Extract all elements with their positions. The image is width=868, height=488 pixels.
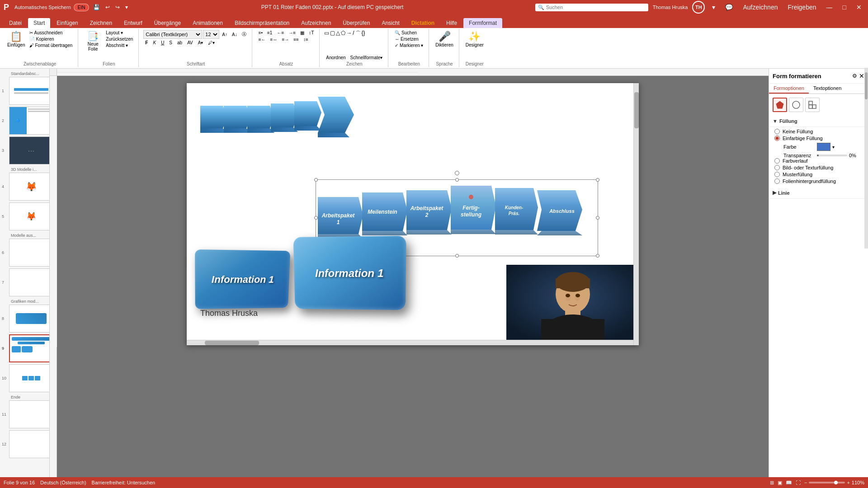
comments-btn[interactable]: 💬 <box>722 3 736 12</box>
btn-shadow[interactable]: ab <box>175 40 184 46</box>
btn-strikethrough[interactable]: S <box>167 40 174 46</box>
panel-scrollbar[interactable] <box>864 69 868 249</box>
slide-thumb-2[interactable]: 🔷 <box>9 107 50 135</box>
btn-textdir[interactable]: ↕T <box>307 30 316 36</box>
btn-suchen[interactable]: 🔍 Suchen <box>393 30 425 36</box>
btn-outdent[interactable]: ←≡ <box>275 30 286 36</box>
scrollbar-h-thumb[interactable] <box>205 341 259 345</box>
autosave-toggle[interactable]: EIN <box>74 4 90 11</box>
btn-ausschneiden[interactable]: ✂ Ausschneiden <box>28 30 74 36</box>
transparenz-bar[interactable] <box>817 155 847 156</box>
slide-thumb-11[interactable] <box>9 400 50 428</box>
btn-align-justify[interactable]: ≡≡ <box>292 37 301 42</box>
btn-neue-folie[interactable]: 📑 NeueFolie <box>83 30 103 52</box>
panel-close-btn[interactable]: ✕ <box>859 72 864 80</box>
btn-ersetzen[interactable]: ↔ Ersetzen <box>393 36 425 42</box>
close-btn[interactable]: ✕ <box>854 3 864 12</box>
fuellung-header[interactable]: ▼ Füllung <box>769 116 868 127</box>
slide-thumb-6[interactable] <box>9 239 50 267</box>
tab-einfuegen[interactable]: Einfügen <box>51 18 83 28</box>
btn-indent[interactable]: →≡ <box>287 30 297 36</box>
btn-designer[interactable]: ✨ Designer <box>464 30 486 48</box>
tab-entwurf[interactable]: Entwurf <box>118 18 148 28</box>
radio-keine-fuellung[interactable] <box>774 129 780 134</box>
btn-decrease-font[interactable]: A↓ <box>230 32 239 38</box>
radio-folienhintergrund[interactable] <box>774 178 780 184</box>
slide-thumb-1[interactable] <box>9 77 50 105</box>
more-btn[interactable]: ▾ <box>124 4 129 11</box>
tab-start[interactable]: Start <box>28 18 50 28</box>
btn-diktieren[interactable]: 🎤 Diktieren <box>434 30 455 48</box>
radio-bild-textur[interactable] <box>774 165 780 170</box>
tab-hilfe[interactable]: Hilfe <box>441 18 462 28</box>
handle-tr[interactable] <box>596 178 599 182</box>
btn-abschnitt[interactable]: Abschnitt ▾ <box>104 42 135 48</box>
maximize-btn[interactable]: □ <box>840 3 849 12</box>
btn-align-left[interactable]: ≡← <box>257 37 268 42</box>
tab-datei[interactable]: Datei <box>4 18 27 28</box>
slide-thumb-8[interactable] <box>9 305 50 333</box>
tab-animationen[interactable]: Animationen <box>187 18 228 28</box>
panel-settings-btn[interactable]: ⚙ <box>852 72 857 80</box>
slide-thumb-4[interactable]: 🦊 <box>9 173 50 201</box>
rotate-handle[interactable] <box>455 171 459 175</box>
btn-align-right[interactable]: ≡→ <box>280 37 291 42</box>
btn-bold[interactable]: F <box>143 40 150 46</box>
share-btn[interactable]: Aufzeichnen <box>740 3 780 12</box>
btn-layout[interactable]: Layout ▾ <box>104 30 135 36</box>
btn-bullets[interactable]: ≡• <box>257 30 264 36</box>
view-slide-btn[interactable]: ▣ <box>778 480 782 486</box>
panel-scrollbar-thumb[interactable] <box>865 72 868 99</box>
btn-underline[interactable]: U <box>159 40 166 46</box>
btn-schnellformate[interactable]: Schnellformate▾ <box>349 55 385 61</box>
btn-font-color[interactable]: A▾ <box>196 40 205 46</box>
shape-icon-group[interactable] <box>805 98 820 112</box>
handle-ml[interactable] <box>314 216 318 220</box>
btn-align-center[interactable]: ≡↔ <box>269 37 279 42</box>
shape-icon-circle[interactable] <box>789 98 803 112</box>
btn-markieren[interactable]: ✓ Markieren ▾ <box>393 42 425 48</box>
freigeben-btn[interactable]: Freigeben <box>785 3 819 12</box>
slide-thumb-12[interactable] <box>9 430 50 458</box>
panel-tab-textoptionen[interactable]: Textoptionen <box>809 84 846 94</box>
tab-dictation[interactable]: Dictation <box>406 18 440 28</box>
redo-btn[interactable]: ↪ <box>114 4 121 11</box>
tab-praesentation[interactable]: Bildschirmpräsentation <box>229 18 295 28</box>
view-fullscreen-btn[interactable]: ⛶ <box>796 480 801 485</box>
btn-increase-font[interactable]: A↑ <box>220 32 229 38</box>
slide-thumb-10[interactable] <box>9 364 50 392</box>
radio-muster[interactable] <box>774 172 780 177</box>
btn-col[interactable]: ▦ <box>298 30 306 36</box>
tab-ueberpruefen[interactable]: Überprüfen <box>337 18 375 28</box>
tab-formformat[interactable]: Formformat <box>463 18 502 28</box>
btn-zuruecksetzen[interactable]: Zurücksetzen <box>104 36 135 42</box>
tab-zeichnen[interactable]: Zeichnen <box>85 18 118 28</box>
btn-format-uebertragen[interactable]: 🖌 Format übertragen <box>28 42 74 48</box>
btn-italic[interactable]: K <box>151 40 158 46</box>
zoom-out-btn[interactable]: − <box>804 480 807 485</box>
handle-bm[interactable] <box>455 254 459 258</box>
canvas-scroll-area[interactable]: Arbeitspaket 1 Meilenstein <box>57 76 769 477</box>
font-size-select[interactable]: 12 <box>203 30 219 39</box>
search-input[interactable] <box>546 5 637 10</box>
handle-tm[interactable] <box>455 178 459 182</box>
shape-icon-pentagon[interactable] <box>773 98 787 112</box>
btn-char-spacing[interactable]: AV <box>185 40 195 46</box>
btn-einfuegen[interactable]: 📋 Einfügen <box>5 30 27 48</box>
save-btn[interactable]: 💾 <box>92 4 101 11</box>
tab-uebergaenge[interactable]: Übergänge <box>149 18 186 28</box>
slide-thumb-7[interactable] <box>9 268 50 296</box>
handle-tl[interactable] <box>314 178 318 182</box>
scrollbar-h[interactable] <box>187 340 633 345</box>
zoom-slider[interactable] <box>809 482 845 483</box>
btn-numbering[interactable]: ≡1 <box>265 30 274 36</box>
slide-thumb-3[interactable]: - - - <box>9 136 50 164</box>
btn-kopieren[interactable]: 📄 Kopieren <box>28 36 74 42</box>
btn-anordnen[interactable]: Anordnen <box>324 55 347 61</box>
minimize-btn[interactable]: — <box>824 3 835 12</box>
view-reading-btn[interactable]: 📖 <box>786 480 792 486</box>
tab-aufzeichnen[interactable]: Aufzeichnen <box>296 18 336 28</box>
btn-linespacing[interactable]: ↕≡ <box>302 37 310 42</box>
slide-thumb-5[interactable]: 🦊 <box>9 202 50 230</box>
view-normal-btn[interactable]: ⊞ <box>770 480 774 486</box>
